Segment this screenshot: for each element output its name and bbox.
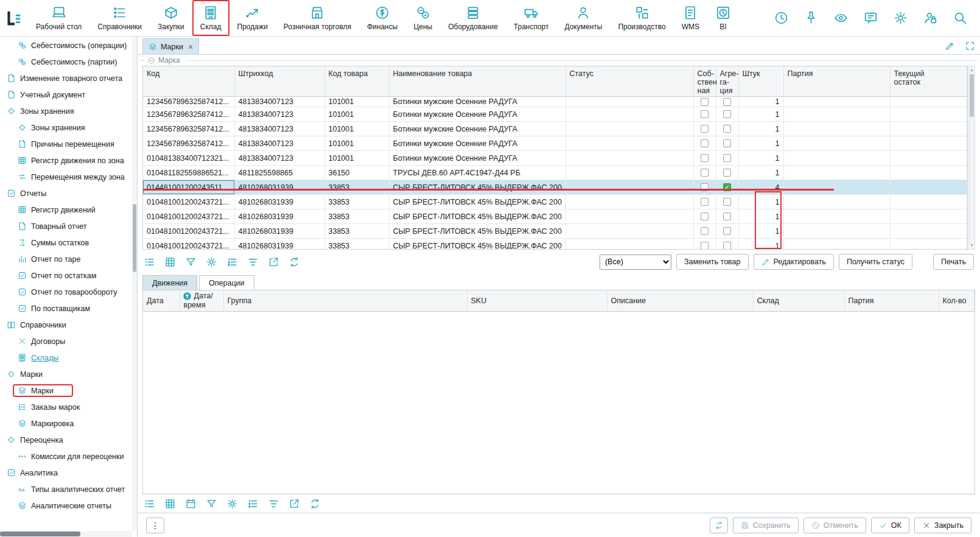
own-checkbox[interactable] [701,110,709,118]
sidebar-item-0[interactable]: Себестоимость (операции) [0,37,137,54]
marks-row[interactable]: 010481383400712321...4813834007123101001… [143,151,967,166]
marks-row[interactable]: 123456789632587412...4813834007123101001… [143,97,967,107]
cell-aggregation[interactable] [716,136,738,151]
sidebar-item-27[interactable]: AaТипы аналитических отчет [0,481,137,497]
aggregation-checkbox[interactable] [723,242,731,250]
refresh-icon[interactable] [309,498,321,510]
cell-item_name[interactable]: Ботинки мужские Осенние РАДУГА [389,107,565,122]
cell-item_code[interactable]: 33853 [324,195,389,209]
cell-aggregation[interactable] [716,209,738,224]
cell-current-balance[interactable] [890,136,967,151]
marks-column-header-6[interactable]: Агре- га- ция [716,66,738,97]
cell-barcode[interactable]: 4810268031939 [234,239,324,250]
print-button[interactable]: Печать [933,254,974,270]
clock-icon[interactable] [774,10,789,26]
ok-button[interactable]: ОК [871,518,909,533]
sidebar-item-5[interactable]: Зоны хранения [0,119,137,136]
nav-item-warehouse[interactable]: Склад [192,0,229,36]
gear-icon[interactable] [226,498,238,510]
cell-aggregation[interactable] [716,239,738,250]
detail-column-header-1[interactable]: Дата/ время [180,290,223,311]
cell-barcode[interactable]: 4810268031939 [234,224,324,239]
cell-status[interactable] [565,224,693,239]
cell-item_code[interactable]: 101001 [324,136,389,151]
marks-column-header-5[interactable]: Соб- ствен ная [693,66,716,97]
cell-qty[interactable]: 1 [738,97,783,107]
cell-own[interactable] [693,166,716,180]
cell-own[interactable] [693,224,716,239]
cell-code[interactable]: 010481383400712321... [143,151,234,166]
aggregation-checkbox[interactable] [723,212,731,220]
cell-own[interactable] [693,209,716,224]
nav-item-finances[interactable]: Финансы [359,0,405,36]
cell-batch[interactable] [783,97,890,107]
detail-column-header-5[interactable]: Склад [753,290,844,311]
cell-item_code[interactable]: 101001 [324,97,389,107]
cell-item_name[interactable]: СЫР БРЕСТ-ЛИТОВСК 45% ВЫДЕРЖ.ФАС 200... [389,224,565,239]
cell-own[interactable] [693,239,716,250]
cell-status[interactable] [565,166,693,180]
cell-batch[interactable] [783,239,890,250]
own-checkbox[interactable] [701,227,709,235]
sidebar-item-9[interactable]: Отчеты [0,185,137,202]
cell-item_code[interactable]: 101001 [324,151,389,166]
cell-current-balance[interactable] [890,166,967,180]
cell-current-balance[interactable] [890,224,967,239]
chat-icon[interactable] [863,10,878,26]
cell-batch[interactable] [783,136,890,151]
nav-item-purchases[interactable]: Закупки [150,0,192,36]
cell-barcode[interactable]: 4813834007123 [234,107,324,122]
sidebar-item-18[interactable]: Договоры [0,333,137,349]
marks-column-header-4[interactable]: Статус [565,66,693,97]
sidebar-item-1[interactable]: Себестоимость (партии) [0,54,137,70]
export-icon[interactable] [268,256,279,268]
sidebar-item-3[interactable]: Учетный документ [0,86,137,103]
cell-qty[interactable]: 1 [738,136,783,151]
cell-batch[interactable] [783,224,890,239]
cell-item_name[interactable]: СЫР БРЕСТ-ЛИТОВСК 45% ВЫДЕРЖ.ФАС 200... [389,195,565,209]
cell-current-balance[interactable] [890,97,967,107]
cell-barcode[interactable]: 4813834007123 [234,122,324,136]
cell-code[interactable]: 014481001200243511... [143,180,234,195]
cell-status[interactable] [565,209,693,224]
cell-status[interactable] [565,151,693,166]
more-menu-button[interactable]: ⋮ [146,518,164,533]
cell-qty[interactable]: 1 [738,107,783,122]
marks-row[interactable]: 010481001200243721...481026803193933853С… [143,239,967,250]
sidebar-item-8[interactable]: Перемещения между зона [0,169,137,185]
aggregation-checkbox[interactable] [723,139,731,147]
replace-item-button[interactable]: Заменить товар [676,254,749,270]
marks-column-header-1[interactable]: Штрихкод [234,66,324,97]
marks-grid-scrollbar[interactable]: ▲ ▼ [968,66,975,250]
marks-column-header-7[interactable]: Штук [738,66,783,97]
cell-item_name[interactable]: СЫР БРЕСТ-ЛИТОВСК 45% ВЫДЕРЖ.ФАС 200... [389,209,565,224]
cell-barcode[interactable]: 4810268031939 [234,180,324,195]
cell-own[interactable] [693,195,716,209]
sidebar-item-11[interactable]: Товарный отчет [0,218,137,234]
funnel-icon[interactable] [185,256,197,268]
cell-barcode[interactable]: 4810268031939 [234,195,324,209]
marks-column-header-2[interactable]: Код товара [324,66,389,97]
scroll-down-icon[interactable]: ▼ [969,242,975,249]
numlist-icon[interactable] [247,498,259,510]
cell-barcode[interactable]: 4813834007123 [234,97,324,107]
nav-item-equipment[interactable]: Оборудование [440,0,506,36]
marks-row[interactable]: 010481001200243721...481026803193933853С… [143,224,967,239]
own-checkbox[interactable] [701,169,709,177]
cell-current-balance[interactable] [890,107,967,122]
sidebar-horizontal-scrollbar[interactable] [0,531,132,537]
aggregation-checkbox[interactable] [723,227,731,235]
cell-aggregation[interactable] [716,151,738,166]
cell-batch[interactable] [783,122,890,136]
sidebar-item-14[interactable]: Отчет по остаткам [0,267,137,284]
cell-own[interactable] [693,97,716,107]
cell-item_name[interactable]: Ботинки мужские Осенние РАДУГА [389,136,565,151]
cell-aggregation[interactable] [716,122,738,136]
cell-item_code[interactable]: 36150 [324,166,389,180]
sidebar-item-21[interactable]: Марки [0,382,137,399]
cell-code[interactable]: 010481182559886521... [143,166,234,180]
listview-icon[interactable] [144,256,155,268]
cell-qty[interactable]: 1 [738,166,783,180]
cell-status[interactable] [565,97,693,107]
cell-item_code[interactable]: 101001 [324,122,389,136]
